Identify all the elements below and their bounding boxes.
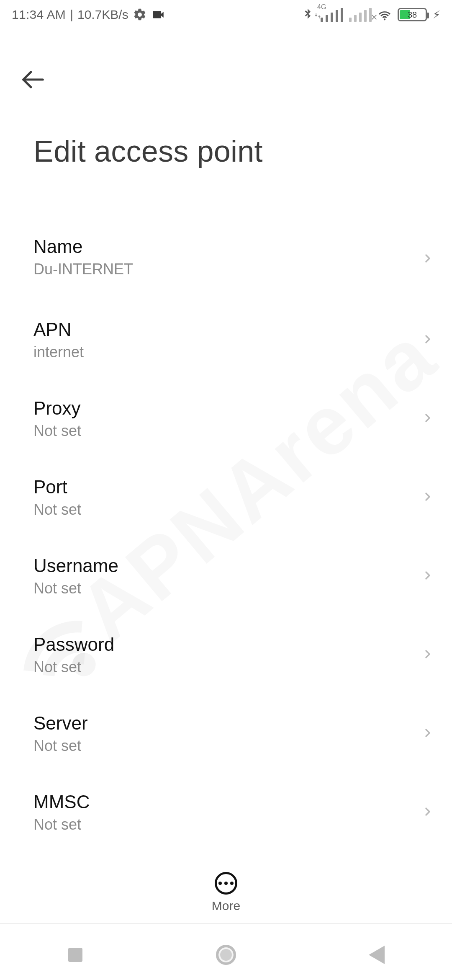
wifi-icon	[378, 8, 392, 22]
apn-field-name[interactable]: NameDu-INTERNET	[0, 218, 452, 301]
field-label: Proxy	[33, 398, 414, 419]
arrow-left-icon	[20, 67, 46, 93]
no-sim-icon	[371, 9, 378, 23]
apn-field-mms-proxy[interactable]: MMS proxyNot set	[0, 852, 452, 856]
chevron-right-icon	[421, 410, 434, 428]
apn-field-proxy[interactable]: ProxyNot set	[0, 379, 452, 458]
circle-icon	[216, 945, 236, 965]
apn-field-username[interactable]: UsernameNot set	[0, 537, 452, 616]
status-bar: 11:34 AM | 10.7KB/s 4G	[0, 0, 452, 29]
chevron-right-icon	[421, 646, 434, 664]
signal-sim2-icon	[349, 8, 372, 22]
signal-updown-icon	[314, 8, 321, 23]
signal-sim1-icon: 4G	[321, 8, 343, 22]
field-label: Name	[33, 236, 414, 257]
field-label: Username	[33, 555, 414, 576]
field-value: Not set	[33, 816, 414, 833]
apn-field-server[interactable]: ServerNot set	[0, 694, 452, 773]
status-separator: |	[70, 8, 73, 22]
apn-field-apn[interactable]: APNinternet	[0, 301, 452, 379]
triangle-left-icon	[369, 946, 385, 964]
page-title: Edit access point	[33, 134, 427, 168]
more-button[interactable]: More	[0, 872, 452, 913]
more-label: More	[212, 899, 240, 913]
settings-icon	[133, 8, 147, 22]
chevron-right-icon	[421, 803, 434, 822]
field-label: MMSC	[33, 792, 414, 812]
apn-field-password[interactable]: PasswordNot set	[0, 616, 452, 694]
status-data-rate: 10.7KB/s	[77, 8, 128, 22]
field-label: Port	[33, 477, 414, 498]
field-label: APN	[33, 319, 414, 340]
nav-back-button[interactable]	[363, 941, 390, 968]
apn-settings-list: NameDu-INTERNETAPNinternetProxyNot setPo…	[0, 218, 452, 856]
bluetooth-icon	[300, 8, 315, 22]
field-value: Not set	[33, 580, 414, 597]
charging-icon: ⚡︎	[433, 8, 440, 21]
field-label: Server	[33, 713, 414, 734]
field-value: Du-INTERNET	[33, 260, 414, 278]
chevron-right-icon	[421, 567, 434, 585]
chevron-right-icon	[421, 488, 434, 507]
footer-divider	[0, 923, 452, 924]
chevron-right-icon	[421, 250, 434, 268]
nav-home-button[interactable]	[213, 941, 239, 968]
more-icon	[215, 872, 237, 895]
navigation-bar	[0, 930, 452, 980]
chevron-right-icon	[421, 331, 434, 349]
video-camera-icon	[151, 8, 165, 22]
battery-status-icon: 38	[398, 8, 427, 21]
battery-percent-label: 38	[408, 10, 417, 20]
field-value: Not set	[33, 658, 414, 676]
appbar	[0, 54, 452, 105]
field-value: internet	[33, 343, 414, 361]
field-value: Not set	[33, 501, 414, 518]
status-time: 11:34 AM	[12, 8, 66, 22]
apn-field-mmsc[interactable]: MMSCNot set	[0, 773, 452, 852]
back-button[interactable]	[14, 61, 52, 98]
field-label: Password	[33, 634, 414, 655]
square-icon	[68, 948, 82, 962]
nav-recents-button[interactable]	[62, 941, 89, 968]
apn-field-port[interactable]: PortNot set	[0, 458, 452, 537]
chevron-right-icon	[421, 725, 434, 743]
field-value: Not set	[33, 422, 414, 440]
field-value: Not set	[33, 737, 414, 755]
